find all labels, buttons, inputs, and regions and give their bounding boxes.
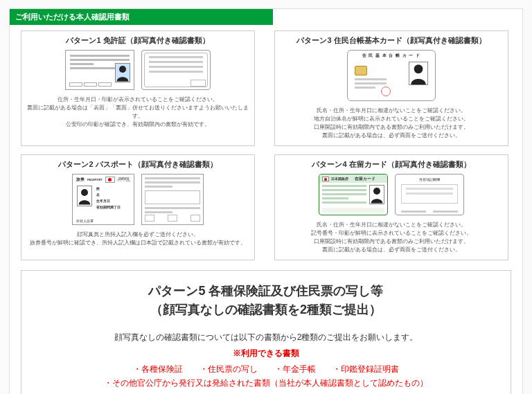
japan-flag-icon: [105, 177, 115, 183]
pattern2-card: パターン2 パスポート（顔写真付き確認書類） 旅券 PASSPORT 日本国 J…: [21, 154, 255, 260]
pattern5-subheader: ※利用できる書類: [35, 348, 497, 359]
resident-card-icon: 住 民 基 本 台 帳 カ ー ド: [347, 50, 436, 101]
pattern1-card: パターン1 免許証（顔写真付き確認書類） 住所・生年月日・印影が表示されているこ…: [21, 30, 255, 146]
patterns-grid: パターン1 免許証（顔写真付き確認書類） 住所・生年月日・印影が表示されているこ…: [10, 25, 522, 260]
pattern5-title: パターン5 各種保険証及び住民票の写し等 （顔写真なしの確認書類を2種類ご提出）: [35, 282, 497, 319]
pattern1-desc: 住所・生年月日・印影が表示されていることをご確認ください。 裏面に記載がある場合…: [27, 96, 249, 129]
pattern5-list: ・各種保険証 ・住民票の写し ・年金手帳 ・印鑑登録証明書 ・その他官公庁から発…: [35, 362, 497, 391]
pattern4-images: 日本国政府 在留カード 住居地記載欄: [319, 174, 464, 215]
document-container: ご利用いただける本人確認用書類 パターン1 免許証（顔写真付き確認書類）: [9, 8, 523, 394]
pattern5-lead: 顔写真なしの確認書類については以下の書類から2種類のご提出をお願いします。: [35, 332, 497, 343]
pattern4-card: パターン4 在留カード（顔写真付き確認書類） 日本国政府 在留カード 住居地: [274, 154, 508, 260]
passport-holder-page-icon: [141, 174, 204, 225]
pattern4-title: パターン4 在留カード（顔写真付き確認書類）: [312, 159, 470, 170]
passport-photo-page-icon: 旅券 PASSPORT 日本国 JAPAN 姓 名 生年月日 有効期間満了日 所…: [72, 174, 134, 225]
pattern3-title: パターン3 住民台帳基本カード（顔写真付き確認書類）: [296, 35, 486, 46]
pattern1-title: パターン1 免許証（顔写真付き確認書類）: [66, 35, 209, 46]
pattern3-desc: 氏名・住所・生年月日に相違がないことをご確認ください。 地方自治体名が鮮明に表示…: [314, 107, 469, 140]
residence-card-back-icon: 住居地記載欄: [395, 174, 464, 215]
pattern2-desc: 顔写真頁と所持人記入欄を必ずご送付ください。 旅券番号が鮮明に確認でき、所持人記…: [30, 231, 246, 247]
pattern4-desc: 氏名・住所・生年月日に相違がないことをご確認ください。 記号番号・印影が鮮明に表…: [311, 221, 472, 254]
ic-chip-icon: [355, 66, 367, 75]
seal-icon: [381, 87, 391, 96]
japan-flag-icon: [322, 177, 329, 181]
pattern1-images: [65, 50, 211, 90]
pattern3-images: 住 民 基 本 台 帳 カ ー ド: [347, 50, 436, 101]
section-header: ご利用いただける本人確認用書類: [10, 9, 273, 25]
pattern2-images: 旅券 PASSPORT 日本国 JAPAN 姓 名 生年月日 有効期間満了日 所…: [72, 174, 204, 225]
residence-card-front-icon: 日本国政府 在留カード: [319, 174, 388, 215]
pattern2-title: パターン2 パスポート（顔写真付き確認書類）: [58, 159, 217, 170]
pattern5-card: パターン5 各種保険証及び住民票の写し等 （顔写真なしの確認書類を2種類ご提出）…: [21, 270, 511, 394]
drivers-license-front-icon: [65, 50, 134, 90]
drivers-license-back-icon: [141, 50, 211, 90]
pattern3-card: パターン3 住民台帳基本カード（顔写真付き確認書類） 住 民 基 本 台 帳 カ…: [274, 30, 508, 146]
